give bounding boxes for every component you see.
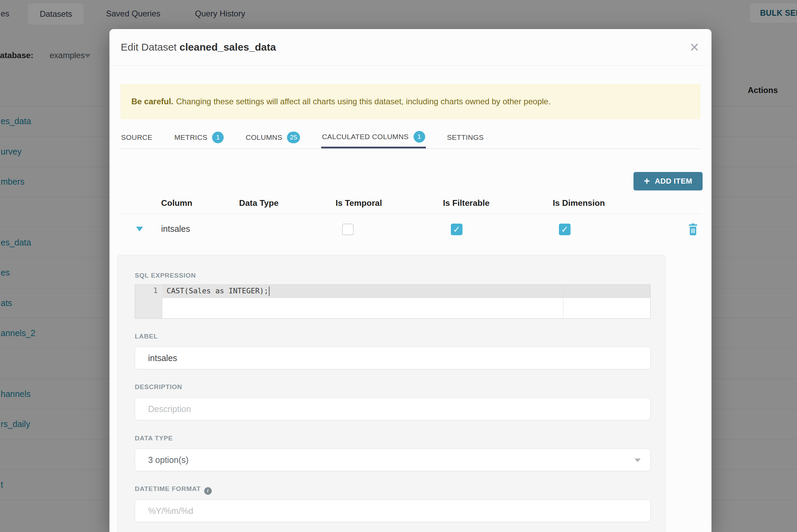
is-temporal-checkbox[interactable] bbox=[342, 224, 354, 235]
info-icon: i bbox=[204, 487, 212, 495]
editor-gutter: 1 bbox=[135, 285, 162, 318]
chevron-down-icon bbox=[635, 458, 641, 462]
metrics-count-badge: 1 bbox=[212, 132, 224, 143]
tab-calculated-columns-label: CALCULATED COLUMNS bbox=[322, 133, 409, 141]
editor-line-number: 1 bbox=[153, 287, 158, 295]
data-type-select[interactable]: 3 option(s) bbox=[135, 449, 651, 471]
editor-print-margin bbox=[563, 285, 563, 318]
calculated-columns-count-badge: 1 bbox=[414, 131, 425, 143]
tab-columns[interactable]: COLUMNS 25 bbox=[245, 127, 301, 148]
expand-caret-icon[interactable] bbox=[136, 227, 143, 231]
datetime-format-input[interactable] bbox=[135, 500, 651, 522]
tab-source-label: SOURCE bbox=[121, 133, 153, 142]
table-header-divider bbox=[120, 214, 701, 214]
tab-settings[interactable]: SETTINGS bbox=[446, 127, 484, 148]
delete-column-icon[interactable] bbox=[688, 223, 698, 236]
tab-columns-label: COLUMNS bbox=[246, 133, 282, 142]
plus-icon: + bbox=[644, 175, 650, 187]
modal-title: Edit Dataset cleaned_sales_data bbox=[121, 41, 276, 53]
tab-metrics-label: METRICS bbox=[174, 133, 208, 142]
sql-expression-label: SQL EXPRESSION bbox=[135, 272, 196, 279]
close-icon[interactable]: ✕ bbox=[687, 40, 702, 55]
edit-dataset-modal: Edit Dataset cleaned_sales_data ✕ Be car… bbox=[109, 29, 711, 532]
tab-source[interactable]: SOURCE bbox=[120, 127, 153, 148]
data-type-field-label: DATA TYPE bbox=[135, 435, 173, 442]
tab-settings-label: SETTINGS bbox=[447, 133, 484, 142]
modal-header: Edit Dataset cleaned_sales_data ✕ bbox=[109, 29, 711, 66]
col-header-data-type: Data Type bbox=[239, 198, 278, 208]
modal-title-prefix: Edit Dataset bbox=[121, 41, 177, 53]
modal-title-dataset-name: cleaned_sales_data bbox=[180, 41, 276, 53]
add-item-label: ADD ITEM bbox=[655, 177, 692, 186]
col-header-is-dimension: Is Dimension bbox=[553, 198, 605, 208]
col-header-column: Column bbox=[161, 198, 192, 208]
text-cursor bbox=[269, 287, 270, 296]
description-input[interactable] bbox=[135, 398, 651, 420]
add-item-button[interactable]: + ADD ITEM bbox=[633, 172, 703, 190]
col-header-is-temporal: Is Temporal bbox=[336, 198, 382, 208]
label-field-label: LABEL bbox=[135, 333, 158, 340]
screen: es Datasets Saved Queries Query History … bbox=[0, 0, 797, 532]
description-field-label: DESCRIPTION bbox=[135, 383, 182, 391]
data-type-select-value: 3 option(s) bbox=[148, 455, 188, 465]
is-filterable-checkbox[interactable] bbox=[451, 224, 462, 235]
warning-banner-bold: Be careful. bbox=[131, 97, 173, 106]
tab-calculated-columns[interactable]: CALCULATED COLUMNS 1 bbox=[321, 127, 426, 148]
sql-expression-code: CAST(Sales as INTEGER); bbox=[167, 287, 270, 296]
label-input[interactable] bbox=[135, 347, 651, 369]
columns-count-badge: 25 bbox=[287, 132, 300, 143]
warning-banner-text: Changing these settings will affect all … bbox=[176, 97, 551, 106]
warning-banner: Be careful. Changing these settings will… bbox=[120, 84, 701, 119]
col-header-is-filterable: Is Filterable bbox=[443, 198, 489, 208]
sql-expression-editor[interactable]: 1 CAST(Sales as INTEGER); bbox=[135, 284, 651, 319]
calculated-column-name: intsales bbox=[161, 224, 190, 234]
tab-metrics[interactable]: METRICS 1 bbox=[174, 127, 225, 148]
modal-tabs: SOURCE METRICS 1 COLUMNS 25 CALCULATED C… bbox=[120, 127, 701, 149]
is-dimension-checkbox[interactable] bbox=[559, 224, 571, 235]
datetime-format-field-label: DATETIME FORMATi bbox=[135, 485, 212, 495]
